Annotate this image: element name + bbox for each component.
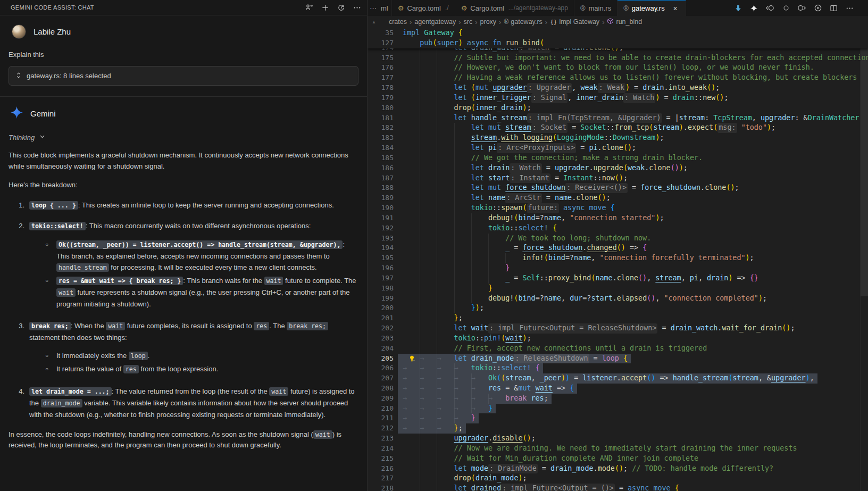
code-line[interactable]: 216let mode: DrainMode = drain_mode.mode… [368, 464, 868, 474]
tab-main-rs[interactable]: ®main.rs [574, 0, 617, 16]
code-line[interactable]: 206→→→→tokio::select! { [368, 363, 868, 373]
indent-guide: → [437, 373, 454, 384]
code-line[interactable]: 200}); [368, 303, 868, 313]
breadcrumb-item-run_bind[interactable]: run_bind [607, 18, 642, 26]
code-line[interactable]: 213upgrader.disable(); [368, 434, 868, 444]
code-line[interactable]: 177// Having a weak reference allows us … [368, 73, 868, 83]
code-line[interactable]: 189let name: ArcStr = name.clone(); [368, 193, 868, 203]
list-item-body: let drain_mode = ...;: The value returne… [29, 386, 358, 420]
breadcrumb-item-src[interactable]: src [464, 18, 473, 26]
close-icon[interactable]: × [671, 4, 680, 13]
code-line-content: // We took too long; shutdown now. [398, 234, 651, 244]
code-line[interactable]: 204// First, accept new connections unti… [368, 344, 868, 354]
share-conversation-icon[interactable] [304, 3, 314, 12]
code-line[interactable]: 205→→let drain_mode: ReleaseShutdown = l… [368, 354, 868, 364]
blue-arrow-down-icon[interactable] [733, 4, 742, 13]
code-line[interactable]: 197_ = Self::proxy_bind(name.clone(), st… [368, 273, 868, 284]
code-token: :: [475, 334, 484, 344]
code-line[interactable]: 178let (mut upgrader: Upgrader, weak: We… [368, 83, 868, 93]
run-circle-icon[interactable] [813, 4, 822, 13]
code-line-content: tokio::spawn(future: async move { [398, 203, 615, 213]
bullet-icon: ○ [45, 239, 51, 273]
code-line[interactable]: 218let drained: impl Future<Output = ()>… [368, 484, 868, 491]
code-line[interactable]: 179let (inner_trigger: Signal, inner_dra… [368, 93, 868, 103]
breadcrumb-collapse-icon: ▲ [372, 20, 376, 24]
thinking-toggle[interactable]: Thinking [9, 132, 358, 142]
nav-forward-circle-icon[interactable] [797, 4, 806, 13]
code-line[interactable]: 183stream.with_logging(LoggingMode::Down… [368, 133, 868, 143]
code-line[interactable]: 203tokio::pin!(wait); [368, 334, 868, 344]
code-line[interactable]: 209→→→→→→break res; [368, 394, 868, 404]
more-icon[interactable] [352, 3, 362, 12]
code-token: : Watch [510, 163, 541, 173]
breadcrumb-separator-icon: › [475, 18, 477, 26]
code-line[interactable]: 187let start: Instant = Instant::now(); [368, 173, 868, 184]
code-line[interactable]: 182let mut stream: Socket = Socket::from… [368, 123, 868, 133]
code-line[interactable]: 191debug!(bind=?name, "connection starte… [368, 213, 868, 223]
nav-back-circle-icon[interactable] [765, 4, 774, 13]
code-line[interactable]: 186let drain: Watch = upgrader.upgrade(w… [368, 163, 868, 173]
breadcrumb-item-crates[interactable]: crates [389, 18, 407, 26]
new-chat-icon[interactable] [320, 3, 330, 12]
code-line[interactable]: 202let wait: impl Future<Output = Releas… [368, 323, 868, 334]
indent-guide [403, 454, 420, 464]
code-line[interactable]: 188let mut force_shutdown: Receiver<()> … [368, 183, 868, 193]
code-line[interactable]: 195info!(bind=?name, "connection forcefu… [368, 253, 868, 263]
code-line[interactable]: 199debug!(bind=?name, dur=?start.elapsed… [368, 294, 868, 304]
indent-guide [471, 273, 488, 284]
code-line[interactable]: 208→→→→→res = &mut wait => { [368, 384, 868, 394]
code-line[interactable]: 198} [368, 284, 868, 294]
code-line[interactable]: 193// We took too long; shutdown now. [368, 234, 868, 244]
tab-Cargo-toml[interactable]: ⚙Cargo.toml./ [392, 0, 455, 16]
code-token: name [555, 193, 572, 203]
code-line[interactable]: 174let drain_watch: Watch = drain.clone(… [368, 48, 868, 53]
tab-Cargo-toml[interactable]: ⚙Cargo.toml.../agentgateway-app [455, 0, 574, 16]
code-line[interactable]: 212→→→}; [368, 423, 868, 434]
gemini-diamond-icon[interactable] [749, 4, 758, 13]
selection-context-expander[interactable]: gateway.rs: 8 lines selected [9, 66, 358, 86]
code-line[interactable]: 184let pi: Arc<ProxyInputs> = pi.clone()… [368, 143, 868, 153]
split-editor-icon[interactable] [829, 4, 838, 13]
code-line[interactable]: 215// Wait for Min_duration complete AND… [368, 454, 868, 464]
code-token: stream [733, 373, 758, 384]
code-line[interactable]: 190tokio::spawn(future: async move { [368, 203, 868, 213]
text-run: : This branch waits for the [183, 277, 264, 285]
code-line[interactable]: 210→→→→→} [368, 404, 868, 414]
tab-gateway-rs[interactable]: ®gateway.rs× [617, 0, 686, 16]
code-line[interactable]: 207→→→→→Ok((stream, _peer)) = listener.a… [368, 373, 868, 384]
more-horizontal-icon[interactable] [845, 4, 854, 13]
code-line[interactable]: 175// Subtle but important: we need to b… [368, 53, 868, 63]
code-line[interactable]: 192tokio::select! { [368, 223, 868, 234]
breadcrumb-item-gateway-rs[interactable]: ®gateway.rs [504, 18, 542, 26]
code-line[interactable]: 201}; [368, 313, 868, 323]
code-line[interactable]: 196} [368, 263, 868, 273]
breadcrumb-item-proxy[interactable]: proxy [480, 18, 497, 26]
text-run: In essence, the code loops indefinitely,… [9, 430, 313, 438]
code-line[interactable]: 180drop(inner_drain); [368, 103, 868, 113]
tab-ml[interactable]: ml [378, 0, 392, 16]
lightbulb-icon[interactable] [408, 355, 416, 362]
breadcrumb-item-agentgateway[interactable]: agentgateway [414, 18, 456, 26]
breadcrumb-item-impl-Gateway[interactable]: {}impl Gateway [550, 18, 599, 26]
code-line[interactable]: 211→→→→} [368, 413, 868, 423]
line-number: 175 [368, 53, 394, 63]
list-item-body: loop { ... }: This creates an infinite l… [29, 199, 358, 211]
code-line[interactable]: 181let handle_stream: impl Fn(TcpStream,… [368, 113, 868, 123]
line-number: 190 [368, 203, 394, 213]
history-icon[interactable] [336, 3, 346, 12]
circle-outline-icon[interactable] [781, 4, 790, 13]
code-line[interactable]: 185// We got the connection; make a stro… [368, 153, 868, 163]
indent-guide [420, 63, 437, 73]
code-token: ; [750, 253, 754, 263]
code-line[interactable]: 214// Now we are draining. We need to im… [368, 444, 868, 454]
code-line[interactable]: 127pub(super) async fn run_bind( [368, 38, 868, 48]
code-token: wait [505, 334, 522, 344]
code-line[interactable]: 194_ = force_shutdown.changed() => { [368, 243, 868, 253]
editor-scrollbar[interactable] [861, 28, 868, 296]
code-line[interactable]: 176// However, we don't want to block fr… [368, 63, 868, 73]
code-line[interactable]: 35impl Gateway { [368, 28, 868, 38]
indent-guide [454, 123, 471, 133]
code-editor[interactable]: 35impl Gateway {127pub(super) async fn r… [368, 28, 868, 491]
assistant-name: Gemini [30, 109, 56, 118]
code-line[interactable]: 217drop(drain_mode); [368, 473, 868, 484]
